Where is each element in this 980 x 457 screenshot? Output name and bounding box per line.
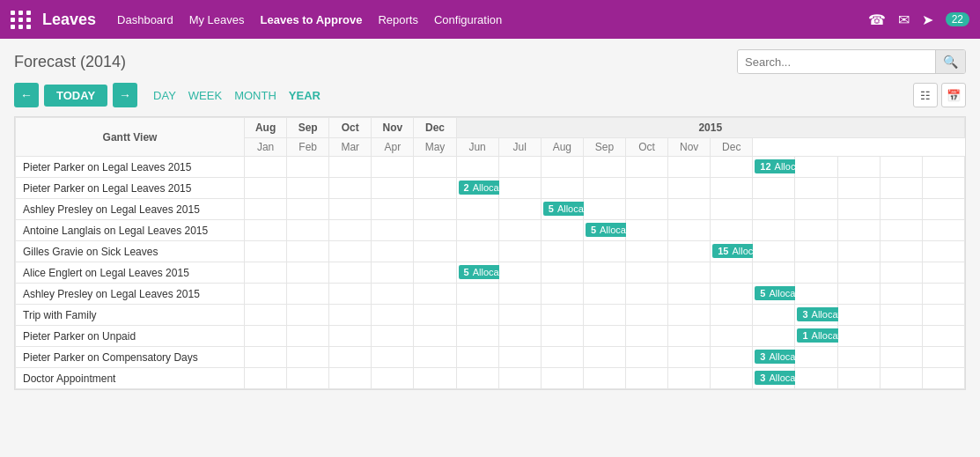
gantt-cell — [837, 178, 880, 199]
gantt-cell — [245, 241, 287, 262]
search-button[interactable]: 🔍 — [935, 50, 965, 73]
gantt-cell — [414, 262, 456, 284]
gantt-cell — [372, 157, 414, 178]
gantt-cell — [711, 347, 753, 368]
gantt-cell — [329, 262, 372, 284]
col-jun: Jun — [456, 138, 498, 157]
gantt-cell: 1Allocation — [795, 326, 837, 347]
gantt-cell — [625, 262, 667, 284]
period-week[interactable]: WEEK — [188, 89, 222, 102]
gantt-cell — [245, 178, 287, 199]
col-apr: Apr — [372, 138, 414, 157]
row-label[interactable]: Trip with Family — [16, 305, 245, 326]
gantt-cell — [837, 305, 880, 326]
gantt-cell: 12Allocation — [753, 157, 795, 178]
gantt-cell: 3Allocation — [795, 305, 837, 326]
gantt-cell — [414, 284, 456, 305]
gantt-cell — [414, 178, 456, 199]
prev-button[interactable]: ← — [14, 83, 39, 107]
table-row: Pieter Parker on Unpaid1Allocation — [16, 326, 965, 347]
gantt-cell — [711, 220, 753, 241]
gantt-cell — [245, 262, 287, 284]
period-day[interactable]: DAY — [153, 89, 176, 102]
menu-leaves-to-approve[interactable]: Leaves to Approve — [261, 13, 363, 26]
alloc-num: 5 — [760, 288, 765, 299]
period-buttons: DAY WEEK MONTH YEAR — [153, 89, 321, 102]
gantt-cell — [583, 347, 625, 368]
mail-icon[interactable]: ✉ — [898, 11, 910, 28]
gantt-cell — [922, 199, 964, 220]
gantt-cell — [329, 305, 372, 326]
gantt-table: Gantt View Aug Sep Oct Nov Dec 2015 Jan … — [15, 117, 965, 389]
gantt-cell — [541, 326, 583, 347]
row-label[interactable]: Pieter Parker on Compensatory Days — [16, 347, 245, 368]
col-oct: Oct — [625, 138, 667, 157]
alloc-num: 1 — [802, 330, 807, 341]
search-input[interactable] — [738, 51, 935, 73]
gantt-cell — [414, 157, 456, 178]
gantt-cell — [329, 326, 372, 347]
gantt-cell — [880, 178, 922, 199]
gantt-cell — [541, 347, 583, 368]
alloc-num: 5 — [549, 203, 554, 214]
gantt-cell — [287, 305, 329, 326]
gantt-cell — [583, 305, 625, 326]
gantt-cell — [245, 305, 287, 326]
notification-badge[interactable]: 22 — [946, 12, 969, 26]
gantt-cell — [795, 199, 837, 220]
row-label[interactable]: Gilles Gravie on Sick Leaves — [16, 241, 245, 262]
gantt-cell — [880, 241, 922, 262]
calendar-view-button[interactable]: 📅 — [941, 83, 966, 107]
today-button[interactable]: TODAY — [44, 85, 107, 107]
row-label[interactable]: Doctor Appointment — [16, 368, 245, 389]
gantt-cell: 15Allocation — [711, 241, 753, 262]
next-button[interactable]: → — [113, 83, 137, 107]
gantt-cell — [287, 347, 329, 368]
row-label[interactable]: Pieter Parker on Unpaid — [16, 326, 245, 347]
row-label[interactable]: Ashley Presley on Legal Leaves 2015 — [16, 199, 245, 220]
gantt-cell — [837, 199, 880, 220]
gantt-cell — [498, 305, 541, 326]
col-jul: Jul — [498, 138, 541, 157]
row-label[interactable]: Ashley Presley on Legal Leaves 2015 — [16, 284, 245, 305]
gantt-cell — [837, 241, 880, 262]
row-label[interactable]: Alice Englert on Legal Leaves 2015 — [16, 262, 245, 284]
col-nov: Nov — [668, 138, 711, 157]
app-grid-icon[interactable] — [11, 11, 32, 29]
gantt-cell — [753, 241, 795, 262]
col-feb: Feb — [287, 138, 329, 157]
gantt-cell: 3Allocation — [753, 347, 795, 368]
gantt-cell — [498, 326, 541, 347]
menu-my-leaves[interactable]: My Leaves — [189, 13, 245, 26]
gantt-cell — [795, 220, 837, 241]
gantt-cell — [753, 305, 795, 326]
gantt-cell — [541, 368, 583, 389]
row-label[interactable]: Pieter Parker on Legal Leaves 2015 — [16, 178, 245, 199]
menu-configuration[interactable]: Configuration — [434, 13, 502, 26]
user-icon[interactable]: ➤ — [922, 11, 933, 28]
period-month[interactable]: MONTH — [234, 89, 276, 102]
gantt-cell — [753, 199, 795, 220]
list-view-button[interactable]: ☷ — [913, 83, 938, 107]
gantt-cell — [287, 178, 329, 199]
gantt-cell — [922, 305, 964, 326]
phone-icon[interactable]: ☎ — [868, 11, 886, 28]
gantt-cell — [711, 368, 753, 389]
gantt-cell — [583, 157, 625, 178]
menu-reports[interactable]: Reports — [378, 13, 418, 26]
top-bar: Forecast (2014) 🔍 — [14, 49, 966, 74]
month-oct-prev: Oct — [329, 118, 372, 138]
row-label[interactable]: Pieter Parker on Legal Leaves 2015 — [16, 157, 245, 178]
gantt-cell — [795, 262, 837, 284]
period-year[interactable]: YEAR — [289, 89, 321, 102]
gantt-cell — [880, 326, 922, 347]
menu-dashboard[interactable]: Dashboard — [117, 13, 173, 26]
col-may: May — [414, 138, 456, 157]
row-label[interactable]: Antoine Langlais on Legal Leaves 2015 — [16, 220, 245, 241]
gantt-cell — [837, 284, 880, 305]
gantt-cell — [625, 199, 667, 220]
gantt-cell — [880, 157, 922, 178]
gantt-cell — [880, 347, 922, 368]
gantt-cell — [287, 326, 329, 347]
gantt-cell — [583, 262, 625, 284]
